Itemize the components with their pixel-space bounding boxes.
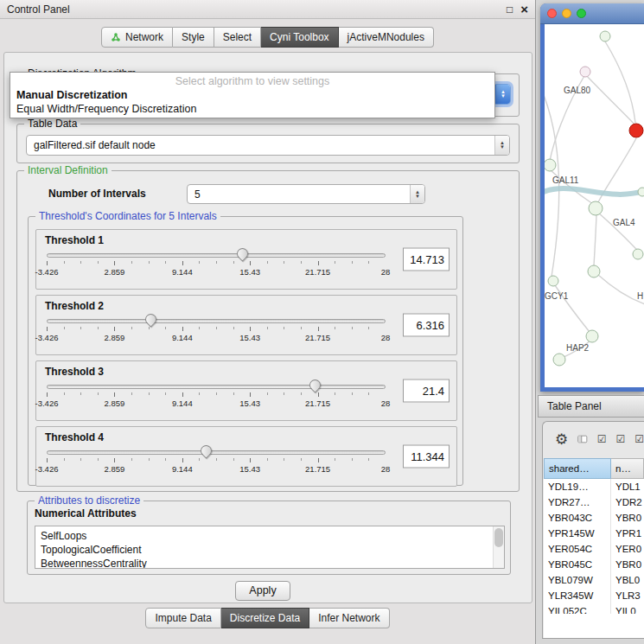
threshold-3-panel: Threshold 3 -3.426 2.859 9.144 15.43 21.…: [35, 360, 457, 421]
tab-label: Style: [182, 31, 205, 43]
network-node[interactable]: [545, 159, 556, 171]
table-data-combo[interactable]: galFiltered.sif default node ▲▼: [26, 135, 510, 156]
threshold-value-field[interactable]: 6.316: [403, 314, 450, 337]
threshold-value-field[interactable]: 21.4: [403, 379, 450, 403]
network-node[interactable]: [600, 31, 610, 41]
network-node[interactable]: [633, 249, 643, 259]
tab-infer-network[interactable]: Infer Network: [309, 608, 389, 628]
slider-track[interactable]: [47, 450, 386, 455]
thresholds-group: Threshold's Coordinates for 5 Intervals …: [28, 216, 463, 486]
slider-thumb[interactable]: [234, 245, 250, 261]
table-row[interactable]: YLR345WYLR3: [544, 588, 644, 603]
threshold-value-field[interactable]: 11.344: [403, 445, 450, 469]
network-node[interactable]: [589, 201, 603, 215]
slider-thumb[interactable]: [308, 377, 323, 392]
cell: YBR0: [611, 510, 644, 526]
list-item[interactable]: BetweennessCentrality: [35, 557, 504, 569]
network-node[interactable]: [586, 330, 598, 342]
selected-network-node[interactable]: [629, 124, 643, 137]
table-row[interactable]: YER054CYER0: [544, 541, 644, 557]
tick-marks: [47, 261, 386, 265]
tab-style[interactable]: Style: [173, 27, 214, 48]
attributes-list: SelfLoops TopologicalCoefficient Between…: [35, 526, 505, 569]
scale-label: 21.715: [305, 464, 330, 474]
tick-marks: [47, 327, 386, 331]
slider-thumb[interactable]: [143, 311, 159, 327]
tab-discretize-data[interactable]: Discretize Data: [221, 608, 309, 628]
tab-label: jActiveMNodules: [348, 31, 424, 43]
scale-label: 28: [381, 333, 391, 342]
scale-label: 21.715: [305, 267, 330, 277]
checkbox-icon[interactable]: ☑: [597, 433, 607, 445]
scale-label: 28: [381, 267, 391, 277]
scale-label: 9.144: [172, 399, 193, 408]
gear-icon[interactable]: ⚙: [555, 432, 568, 447]
network-canvas[interactable]: GAL80 GAL11 GAL4 GCY1 HAP2 H: [545, 24, 644, 387]
network-node[interactable]: [548, 276, 558, 286]
group-label: Interval Definition: [24, 164, 112, 176]
slider-track[interactable]: [47, 385, 386, 389]
columns-icon[interactable]: [577, 433, 587, 445]
list-item[interactable]: TopologicalCoefficient: [35, 543, 504, 557]
group-label: Threshold's Coordinates for 5 Intervals: [35, 210, 220, 222]
dropdown-option-manual-discretization[interactable]: Manual Discretization: [10, 88, 494, 102]
threshold-value-field[interactable]: 14.713: [403, 248, 450, 271]
table-row[interactable]: YBL079WYBL0: [544, 572, 644, 588]
cell: YBL079W: [544, 572, 611, 588]
cell: YER054C: [544, 541, 611, 557]
table-row[interactable]: YDR27…YDR2: [544, 494, 644, 510]
cyni-toolbox-panel: Discretization Algorithm ▲▼ Select algor…: [3, 52, 532, 603]
screen: Control Panel □ × Network Style Select C…: [0, 0, 644, 644]
scrollbar-thumb[interactable]: [494, 528, 503, 547]
tab-select[interactable]: Select: [214, 27, 261, 48]
slider-track[interactable]: [47, 253, 386, 258]
table-toolbar: ⚙ ☑ ☑ ☑: [543, 422, 644, 456]
dropdown-placeholder: Select algorithm to view settings: [10, 74, 494, 88]
control-panel-window: Control Panel □ × Network Style Select C…: [0, 0, 536, 644]
minimize-traffic-light[interactable]: [562, 9, 571, 18]
table-data-value: galFiltered.sif default node: [27, 139, 494, 151]
close-icon[interactable]: ×: [520, 4, 528, 15]
scale-labels: -3.426 2.859 9.144 15.43 21.715 28: [47, 399, 386, 409]
column-header-shared-name[interactable]: shared…: [544, 458, 611, 479]
slider-thumb[interactable]: [198, 443, 214, 458]
apply-button[interactable]: Apply: [235, 581, 290, 601]
cell: YDR27…: [544, 494, 611, 510]
tab-label: Infer Network: [318, 612, 379, 624]
tab-label: Discretize Data: [230, 612, 300, 624]
network-node[interactable]: [553, 354, 565, 366]
close-traffic-light[interactable]: [547, 9, 557, 18]
zoom-traffic-light[interactable]: [577, 9, 586, 18]
network-node[interactable]: [580, 67, 590, 77]
threshold-label: Threshold 1: [45, 234, 448, 246]
float-window-icon[interactable]: □: [507, 3, 513, 16]
table-row[interactable]: YPR145WYPR1: [544, 526, 644, 541]
slider-track[interactable]: [47, 319, 386, 323]
dropdown-option-equal-width-frequency[interactable]: Equal Width/Frequency Discretization: [10, 102, 494, 116]
table-row[interactable]: YDL19…YDL1: [544, 479, 644, 494]
scale-labels: -3.426 2.859 9.144 15.43 21.715 28: [47, 267, 386, 277]
node-label: HAP2: [566, 343, 590, 353]
scrollbar[interactable]: [493, 526, 504, 568]
scale-label: 9.144: [172, 267, 193, 277]
column-header-name[interactable]: n…: [611, 458, 644, 479]
checkbox-icon[interactable]: ☑: [634, 433, 644, 445]
cell: YLR3: [611, 588, 644, 603]
tab-impute-data[interactable]: Impute Data: [145, 608, 220, 628]
table-row[interactable]: YBR043CYBR0: [544, 510, 644, 526]
table-row[interactable]: YBR045CYBR0: [544, 557, 644, 572]
network-node[interactable]: [588, 265, 600, 277]
number-of-intervals-combo[interactable]: 5 ▲▼: [187, 184, 425, 204]
list-item[interactable]: SelfLoops: [35, 526, 504, 543]
threshold-2-panel: Threshold 2 -3.426 2.859 9.144 15.43 21.…: [35, 295, 457, 355]
cell: YIL052C: [544, 603, 611, 614]
tab-cyni-toolbox[interactable]: Cyni Toolbox: [261, 27, 338, 48]
cell: YIL0: [611, 603, 644, 614]
tab-jactivemnodules[interactable]: jActiveMNodules: [339, 27, 434, 48]
table-row[interactable]: YIL052CYIL0: [544, 603, 644, 614]
scale-label: 15.43: [239, 333, 260, 342]
network-node[interactable]: [638, 188, 644, 196]
checkbox-icon[interactable]: ☑: [615, 433, 625, 445]
threshold-label: Threshold 4: [45, 431, 448, 443]
tab-network[interactable]: Network: [101, 27, 173, 48]
